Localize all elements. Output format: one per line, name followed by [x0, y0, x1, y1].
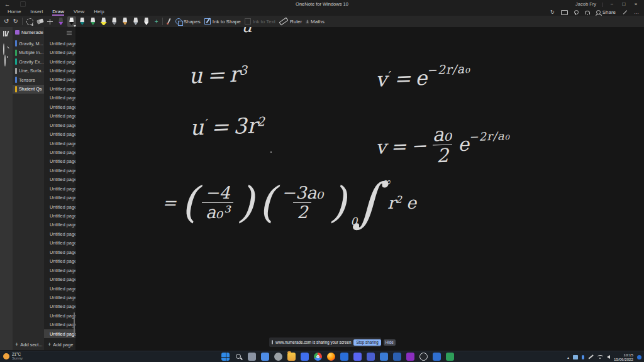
search-button[interactable] [235, 353, 243, 361]
sync-icon[interactable]: ↻ [550, 10, 555, 15]
page-item[interactable]: Untitled page [44, 257, 75, 266]
draw-with-touch-icon[interactable] [167, 18, 172, 25]
discord-icon[interactable] [353, 353, 362, 361]
todo-icon[interactable] [340, 353, 348, 361]
back-icon[interactable]: ← [4, 1, 10, 8]
highlighter-yellow[interactable] [99, 16, 108, 27]
minimize-button[interactable]: − [609, 1, 615, 7]
eraser-icon[interactable] [36, 18, 43, 24]
firefox-icon[interactable] [327, 353, 335, 361]
page-item[interactable]: Untitled page [44, 94, 75, 102]
page-item[interactable]: Untitled page [44, 129, 75, 138]
mail-icon[interactable] [380, 353, 388, 361]
page-item[interactable]: Untitled page [44, 57, 75, 66]
page-item[interactable]: Untitled page [44, 248, 75, 256]
pages-scrollbar[interactable] [74, 312, 75, 335]
page-item[interactable]: Untitled page [44, 184, 75, 193]
menu-tab[interactable]: Home [8, 9, 21, 16]
bell-icon[interactable] [585, 11, 590, 14]
pen-white[interactable] [142, 16, 151, 27]
more-icon[interactable]: … [634, 10, 639, 15]
section-item[interactable]: Line, Surfa... [13, 67, 44, 76]
page-item[interactable]: Untitled page [44, 139, 75, 148]
hide-button[interactable]: Hide [384, 339, 396, 346]
page-item[interactable]: Untitled page [44, 284, 75, 293]
page-item[interactable]: Untitled page [44, 229, 75, 238]
page-item[interactable]: Untitled page [44, 193, 75, 202]
pen-silver[interactable] [131, 16, 140, 27]
page-item[interactable]: Untitled page [44, 266, 75, 275]
page-item[interactable]: Untitled page [44, 302, 75, 311]
page-item[interactable]: Untitled page [44, 112, 75, 121]
clock[interactable]: 10:15 15/06/2022 [614, 353, 633, 361]
power-app-icon[interactable] [419, 353, 428, 361]
menu-tab[interactable]: View [74, 9, 84, 16]
close-button[interactable]: × [633, 1, 639, 7]
wifi-icon[interactable] [597, 355, 603, 359]
redo-button[interactable]: ↻ [13, 18, 18, 25]
task-view-button[interactable] [248, 353, 256, 361]
nav-icon[interactable] [20, 1, 26, 7]
file-explorer-icon[interactable] [287, 353, 296, 361]
page-item[interactable]: Untitled page [44, 39, 75, 48]
pen-tray-icon[interactable] [589, 355, 594, 359]
section-item[interactable]: Gravity Ex... [13, 57, 44, 67]
pen-gray[interactable] [110, 16, 119, 27]
section-item[interactable]: Student Qs [13, 85, 44, 94]
pan-icon[interactable] [47, 19, 53, 25]
add-page-button[interactable]: + Add page [48, 341, 73, 348]
user-name[interactable]: Jacob Fry [575, 1, 596, 7]
weather-widget[interactable]: 21°C Sunny [3, 352, 23, 360]
page-item[interactable]: Untitled page [44, 311, 75, 320]
excel-icon[interactable] [446, 353, 454, 361]
location-icon[interactable] [574, 10, 579, 14]
page-item[interactable]: Untitled page [44, 166, 75, 175]
settings-icon[interactable] [274, 353, 282, 361]
microphone-icon[interactable] [582, 355, 584, 359]
word-icon[interactable] [393, 353, 401, 361]
menu-tab[interactable]: Help [94, 9, 104, 16]
page-item[interactable]: Untitled page [44, 321, 75, 329]
page-item[interactable]: Untitled page [44, 329, 75, 338]
lasso-select-icon[interactable] [26, 18, 33, 25]
search-icon[interactable] [3, 43, 4, 55]
share-button[interactable]: Share [596, 9, 616, 15]
fullscreen-icon[interactable] [622, 9, 628, 15]
section-item[interactable]: Multiple In... [13, 48, 44, 58]
note-canvas[interactable]: u u = r3 v′ = e−2r/a₀ u′ = 3r2 v = − a₀ … [75, 27, 644, 350]
start-button[interactable] [221, 353, 230, 361]
stop-sharing-button[interactable]: Stop sharing [353, 339, 380, 346]
page-item[interactable]: Untitled page [44, 221, 75, 229]
pen-green[interactable] [89, 16, 97, 27]
page-item[interactable]: Untitled page [44, 239, 75, 248]
notification-badge[interactable] [637, 355, 641, 359]
onenote-icon[interactable] [406, 353, 414, 361]
pen-teal[interactable] [78, 16, 87, 27]
pen-tan[interactable] [121, 16, 130, 27]
menu-tab[interactable]: Draw [52, 9, 64, 16]
page-item[interactable]: Untitled page [44, 211, 75, 220]
add-pen-button[interactable]: + [155, 18, 158, 25]
add-section-button[interactable]: + Add sect... [15, 341, 43, 348]
section-item[interactable]: Tensors [13, 75, 44, 85]
recent-notes-icon[interactable] [4, 55, 6, 67]
chat-icon[interactable] [261, 353, 269, 361]
page-item[interactable]: Untitled page [44, 293, 75, 302]
chrome-icon[interactable] [314, 353, 322, 361]
page-item[interactable]: Untitled page [44, 48, 75, 57]
teams-icon[interactable] [367, 353, 375, 361]
ruler-button[interactable]: Ruler [279, 19, 302, 25]
cast-screen-icon[interactable] [561, 10, 568, 15]
notebook-header[interactable]: Numerade ▾ [15, 30, 44, 35]
page-item[interactable]: Untitled page [44, 121, 75, 129]
page-item[interactable]: Untitled page [44, 84, 75, 93]
section-item[interactable]: Gravity, M... [13, 39, 44, 48]
page-item[interactable]: Untitled page [44, 75, 75, 84]
page-item[interactable]: Untitled page [44, 102, 75, 111]
volume-icon[interactable] [607, 355, 610, 359]
outlook-icon[interactable] [433, 353, 441, 361]
maximize-button[interactable]: □ [621, 1, 627, 7]
chevron-up-icon[interactable]: ▴ [567, 355, 569, 359]
maths-button[interactable]: ± Maths [306, 18, 325, 25]
page-item[interactable]: Untitled page [44, 202, 75, 211]
